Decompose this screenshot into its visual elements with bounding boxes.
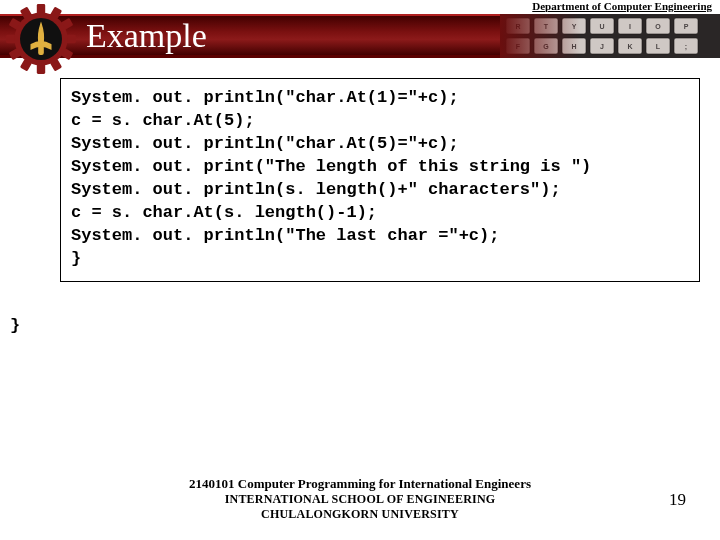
code-line: System. out. println(s. length()+" chara… (71, 179, 689, 202)
footer-course: 2140101 Computer Programming for Interna… (0, 476, 720, 492)
svg-text:L: L (656, 43, 661, 50)
code-line: System. out. println("char.At(5)="+c); (71, 133, 689, 156)
code-line: c = s. char.At(5); (71, 110, 689, 133)
code-line: System. out. println("char.At(1)="+c); (71, 87, 689, 110)
footer-school: INTERNATIONAL SCHOOL OF ENGINEERING (0, 492, 720, 507)
code-stray-brace: } (10, 316, 710, 335)
footer: 2140101 Computer Programming for Interna… (0, 476, 720, 522)
svg-rect-33 (39, 46, 43, 54)
header: Department of Computer Engineering (0, 0, 720, 68)
svg-text:U: U (599, 23, 604, 30)
svg-rect-29 (500, 14, 580, 58)
footer-university: CHULALONGKORN UNIVERSITY (0, 507, 720, 522)
code-line: } (71, 248, 689, 271)
slide: Department of Computer Engineering (0, 0, 720, 540)
svg-text:K: K (627, 43, 632, 50)
department-label: Department of Computer Engineering (532, 0, 712, 12)
code-line: System. out. println("The last char ="+c… (71, 225, 689, 248)
svg-text:O: O (655, 23, 661, 30)
svg-rect-30 (37, 4, 45, 14)
slide-title: Example (86, 14, 207, 58)
keyboard-image: RTYUIOP FGHJKL; (500, 14, 720, 58)
code-block: System. out. println("char.At(1)="+c); c… (60, 78, 700, 282)
svg-text:P: P (684, 23, 689, 30)
svg-text:;: ; (685, 43, 687, 51)
svg-text:I: I (629, 23, 631, 30)
page-number: 19 (669, 490, 686, 510)
body: System. out. println("char.At(1)="+c); c… (10, 78, 710, 335)
code-line: System. out. print("The length of this s… (71, 156, 689, 179)
gear-logo-icon (6, 4, 76, 74)
svg-text:J: J (600, 43, 604, 50)
code-line: c = s. char.At(s. length()-1); (71, 202, 689, 225)
